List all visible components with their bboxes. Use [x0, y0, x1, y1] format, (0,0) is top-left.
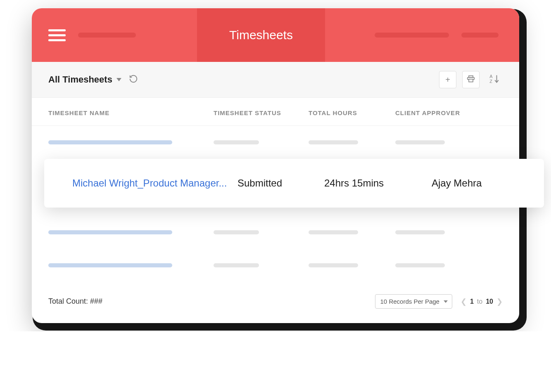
placeholder — [309, 230, 358, 234]
filter-dropdown[interactable]: All Timesheets — [48, 74, 121, 85]
header-placeholder — [461, 33, 499, 38]
chevron-down-icon — [444, 300, 448, 303]
placeholder — [48, 140, 172, 144]
sort-button[interactable]: A Z — [485, 71, 503, 88]
placeholder — [48, 263, 172, 267]
placeholder — [395, 230, 445, 234]
refresh-icon[interactable] — [129, 74, 138, 85]
column-header-approver[interactable]: CLIENT APPROVER — [395, 109, 503, 116]
header-placeholder — [78, 33, 136, 38]
table-header-row: TIMESHEET NAME TIMESHEET STATUS TOTAL HO… — [32, 98, 519, 126]
toolbar: All Timesheets + — [32, 62, 519, 98]
add-button[interactable]: + — [439, 71, 456, 88]
cell-status: Submitted — [238, 177, 324, 189]
page-from: 1 — [470, 298, 474, 305]
column-header-hours[interactable]: TOTAL HOURS — [309, 109, 395, 116]
placeholder — [309, 263, 358, 267]
header-left — [32, 29, 197, 41]
chevron-down-icon — [116, 78, 121, 81]
filter-label: All Timesheets — [48, 74, 112, 85]
placeholder — [214, 140, 259, 144]
sort-az-icon: A Z — [489, 73, 499, 86]
table-footer: Total Count: ### 10 Records Per Page ❮ 1… — [32, 282, 519, 323]
next-page-button[interactable]: ❯ — [496, 297, 503, 306]
app-header: Timesheets — [32, 8, 519, 62]
table-row[interactable] — [32, 126, 519, 159]
total-count-label: Total Count: ### — [48, 297, 102, 306]
toolbar-left: All Timesheets — [48, 74, 138, 85]
pagination: ❮ 1 to 10 ❯ — [461, 297, 503, 306]
header-right — [325, 33, 519, 38]
page-to-word: to — [477, 298, 482, 305]
header-center: Timesheets — [197, 8, 325, 62]
menu-icon[interactable] — [48, 29, 66, 41]
records-per-page-select[interactable]: 10 Records Per Page — [375, 294, 452, 309]
placeholder — [214, 230, 259, 234]
placeholder — [214, 263, 259, 267]
plus-icon: + — [445, 75, 450, 85]
footer-right: 10 Records Per Page ❮ 1 to 10 ❯ — [375, 294, 503, 309]
app-window: Timesheets All Timesheets + — [32, 8, 519, 323]
records-per-page-label: 10 Records Per Page — [380, 298, 439, 305]
column-header-status[interactable]: TIMESHEET STATUS — [214, 109, 309, 116]
svg-text:A: A — [489, 74, 493, 79]
page-to: 10 — [486, 298, 493, 305]
placeholder — [48, 230, 172, 234]
print-icon — [467, 75, 475, 85]
table: TIMESHEET NAME TIMESHEET STATUS TOTAL HO… — [32, 98, 519, 282]
placeholder — [395, 140, 445, 144]
prev-page-button[interactable]: ❮ — [461, 297, 467, 306]
svg-rect-1 — [469, 79, 473, 82]
column-header-name[interactable]: TIMESHEET NAME — [48, 109, 214, 116]
cell-timesheet-name[interactable]: Michael Wright_Product Manager... — [72, 177, 238, 189]
print-button[interactable] — [462, 71, 480, 88]
header-placeholder — [375, 33, 449, 38]
cell-approver: Ajay Mehra — [432, 177, 527, 189]
table-row[interactable] — [32, 249, 519, 282]
table-row[interactable] — [32, 208, 519, 249]
placeholder — [309, 140, 358, 144]
table-row-highlighted[interactable]: Michael Wright_Product Manager... Submit… — [44, 159, 544, 208]
toolbar-right: + A Z — [439, 71, 503, 88]
cell-hours: 24hrs 15mins — [324, 177, 432, 189]
page-title: Timesheets — [229, 28, 293, 42]
svg-text:Z: Z — [489, 79, 492, 84]
placeholder — [395, 263, 445, 267]
